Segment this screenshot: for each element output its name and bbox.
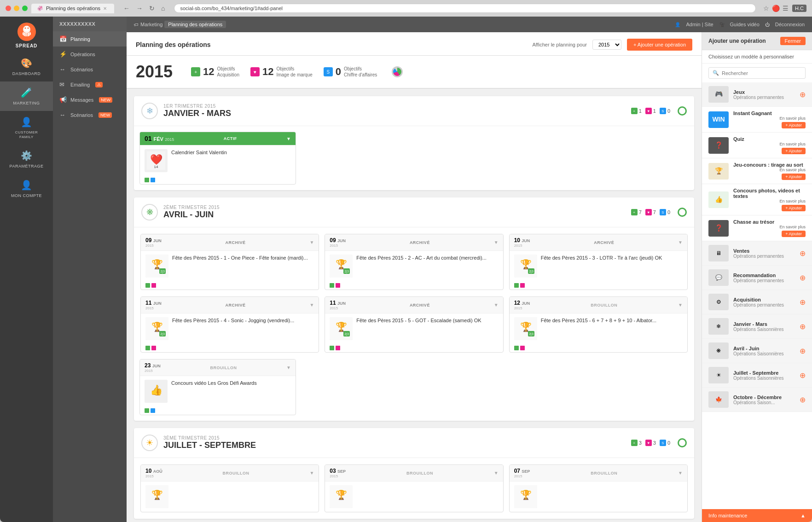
svg-text:🏆: 🏆: [520, 489, 531, 500]
sidebar-item-customer-family[interactable]: 👤 CUSTOMERFAMILY: [0, 111, 53, 145]
op-year-q2-6: 2015: [514, 306, 530, 310]
nav-item-emailing[interactable]: ✉ Emailing ⚠: [53, 77, 127, 92]
rp-learn-cp[interactable]: En savoir plus: [779, 199, 806, 203]
op-chevron-q2-3[interactable]: ▼: [678, 240, 683, 245]
rp-add-icon-octobre-decembre[interactable]: ⊕: [800, 395, 806, 404]
close-window-btn[interactable]: [6, 6, 11, 11]
rp-section-janvier-mars: ❄ Janvier - Mars Opérations Saisonnières…: [702, 314, 812, 339]
address-bar[interactable]: social-sb.com/bo_434/marketing/1#add-pan…: [174, 4, 756, 13]
win-thumb-svg: WIN: [708, 111, 729, 128]
op-chevron-q2-6[interactable]: ▼: [678, 302, 683, 307]
svg-text:❓: ❓: [715, 224, 723, 232]
back-btn[interactable]: ←: [122, 4, 132, 13]
stat-image-marque: ♥ 12 ObjectifsImage de marque: [250, 66, 313, 78]
rp-add-ig[interactable]: + Ajouter: [782, 122, 806, 128]
rp-learn-ig[interactable]: En savoir plus: [779, 116, 806, 121]
svg-text:🏆: 🏆: [336, 321, 347, 332]
op-chevron-q2-4[interactable]: ▼: [309, 302, 314, 307]
rp-add-icon-jeux[interactable]: ⊕: [800, 90, 806, 99]
op-chevron-q2-1[interactable]: ▼: [309, 240, 314, 245]
op-tag-q2-6-p: [520, 346, 525, 350]
settings-icon[interactable]: ☰: [783, 5, 789, 12]
deconnexion-link[interactable]: Déconnexion: [775, 22, 805, 27]
close-panel-button[interactable]: Fermer: [780, 37, 806, 45]
q3-icon: ☀: [141, 435, 158, 451]
rp-thumb-recommandation: 💬: [708, 269, 729, 286]
maximize-window-btn[interactable]: [22, 6, 28, 11]
rp-add-ct[interactable]: + Ajouter: [782, 231, 806, 237]
rp-learn-ct[interactable]: En savoir plus: [779, 225, 806, 229]
op-body-q2-2: 🏆 2|3 Fête des Pères 2015 - 2 - AC - Art…: [325, 251, 503, 281]
svg-text:☀: ☀: [716, 372, 721, 378]
guides-video-link[interactable]: Guides vidéo: [730, 22, 760, 27]
rp-item-instant-gagnant[interactable]: WIN Instant Gagnant En savoir plus + Ajo…: [702, 107, 812, 133]
nav-item-planning[interactable]: 📅 Planning: [53, 31, 127, 46]
rp-learn-jc[interactable]: En savoir plus: [779, 168, 806, 172]
q2-stat-pink-val: 7: [653, 209, 656, 215]
op-chevron-q2-5[interactable]: ▼: [494, 302, 499, 307]
q3-stat-blue-icon: S: [660, 440, 666, 446]
op-status-q3-1: BROUILLON: [223, 471, 249, 476]
q1-stat-blue: S 0: [660, 108, 670, 114]
rp-info-quiz: Quiz En savoir plus + Ajouter: [733, 136, 806, 154]
rp-add-icon-acquisition[interactable]: ⊕: [800, 298, 806, 307]
nav-item-scenarios2[interactable]: ↔ Scénarios NEW: [53, 107, 127, 122]
tab-close-btn[interactable]: ✕: [103, 6, 107, 11]
sidebar-item-mon-compte[interactable]: 👤 MON COMPTE: [0, 174, 53, 203]
q2-stat-blue-icon: S: [660, 209, 666, 215]
sidebar-item-marketing[interactable]: 🧪 MARKETING: [0, 81, 53, 111]
forward-btn[interactable]: →: [134, 4, 145, 13]
rp-item-quiz[interactable]: ❓ Quiz En savoir plus + Ajouter: [702, 133, 812, 158]
q1-stat-pink: ♥ 1: [645, 108, 656, 114]
info-maintenance-bar[interactable]: Info maintenance ▲: [702, 509, 812, 522]
nav-item-operations[interactable]: ⚡ Opérations: [53, 46, 127, 62]
op-body-q2-6: 🏆 2|3 Fête des Pères 2015 - 6 + 7 + 8 + …: [510, 313, 687, 344]
rp-item-jeu-concours[interactable]: 🏆 Jeu-concours : tirage au sort En savoi…: [702, 158, 812, 184]
rp-learn-quiz[interactable]: En savoir plus: [779, 142, 806, 146]
op-chevron-q2-2[interactable]: ▼: [494, 240, 499, 245]
bookmark-icon[interactable]: ☆: [763, 5, 769, 12]
q1-name: JANVIER - MARS: [163, 109, 231, 118]
rp-add-icon-recommandation[interactable]: ⊕: [800, 273, 806, 282]
rp-add-icon-avril-juin[interactable]: ⊕: [800, 347, 806, 355]
add-operation-button[interactable]: + Ajouter une opération: [627, 39, 692, 51]
nav-item-messages[interactable]: 📢 Messages NEW: [53, 92, 127, 107]
rp-section-octobre-decembre: 🍁 Octobre - Décembre Opérations Saison..…: [702, 388, 812, 412]
op-chevron-q3-2[interactable]: ▼: [494, 470, 499, 476]
search-input[interactable]: [722, 70, 801, 76]
rp-add-quiz[interactable]: + Ajouter: [782, 148, 806, 154]
op-chevron-q3-1[interactable]: ▼: [309, 470, 314, 476]
rp-add-jc[interactable]: + Ajouter: [782, 174, 806, 180]
refresh-btn[interactable]: ↻: [147, 4, 157, 13]
rp-add-icon-juillet-septembre[interactable]: ⊕: [800, 371, 806, 380]
op-chevron-valentine[interactable]: ▼: [286, 136, 291, 141]
rp-add-cp[interactable]: + Ajouter: [782, 205, 806, 211]
admin-link[interactable]: Admin | Site: [686, 22, 713, 27]
rp-thumb-avril-juin: ❋: [708, 342, 729, 359]
rp-item-concours-photos[interactable]: 👍 Concours photos, videos et textes En s…: [702, 184, 812, 215]
extensions-icon[interactable]: 🔴: [772, 5, 780, 12]
op-header-q2-2: 09 JUN 2015 ARCHIVÉ ▼: [325, 234, 503, 251]
op-date-big: 01 FÉV: [145, 135, 163, 142]
rp-item-chasse-tresor[interactable]: ❓ Chasse au trésor En savoir plus + Ajou…: [702, 215, 812, 241]
svg-text:❄: ❄: [716, 323, 721, 330]
op-card-q2-5: 11 JUN 2015 ARCHIVÉ ▼: [325, 296, 503, 353]
home-btn[interactable]: ⌂: [159, 4, 167, 13]
right-panel-title: Ajouter une opération: [708, 38, 766, 44]
q3-info: ☀ 3ÈME TRIMESTRE 2015 JUILLET - SEPTEMBR…: [141, 435, 256, 451]
rp-name-chasse-tresor: Chasse au trésor: [733, 219, 806, 225]
op-card-q3-2: 03 SEP 2015 BROUILLON ▼: [325, 464, 503, 512]
op-chevron-q3-3[interactable]: ▼: [678, 470, 683, 476]
valentine-thumb-svg: ❤️ 14: [147, 151, 165, 170]
nav-item-scenarios[interactable]: ↔ Scénarios: [53, 62, 127, 77]
rp-add-icon-ventes[interactable]: ⊕: [800, 249, 806, 258]
browser-tab[interactable]: 🦑 Planning des opérations ✕: [31, 4, 114, 13]
minimize-window-btn[interactable]: [14, 6, 19, 11]
year-select[interactable]: 2015 2014 2016: [592, 40, 621, 50]
rp-section-ventes: 🖥 Ventes Opérations permanentes ⊕: [702, 241, 812, 266]
sidebar-item-parametrage[interactable]: ⚙️ PARAMÉTRAGE: [0, 145, 53, 174]
op-chevron-concours[interactable]: ▼: [286, 365, 291, 370]
rp-add-icon-janvier-mars[interactable]: ⊕: [800, 322, 806, 331]
sidebar-item-dashboard[interactable]: 🎨 DASHBOARD: [0, 52, 53, 81]
nav-label-emailing: Emailing: [70, 82, 90, 87]
